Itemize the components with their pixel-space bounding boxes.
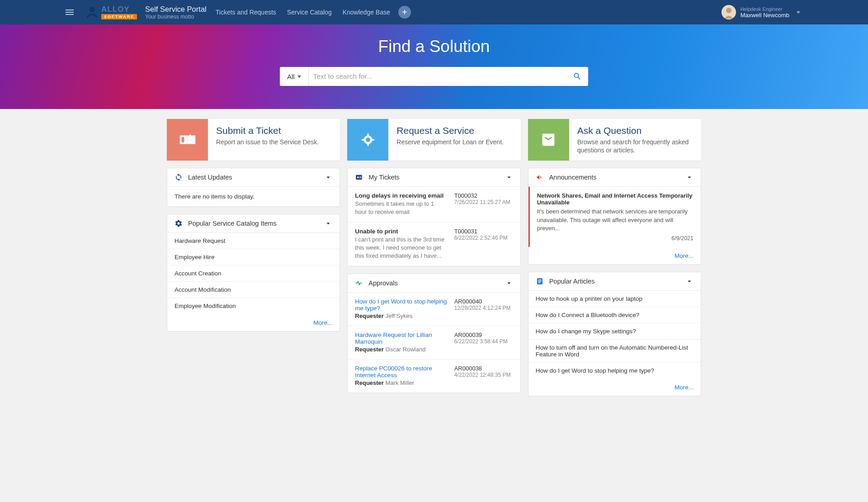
announcement-item[interactable]: Network Shares, Email and Internet Acces… [528, 187, 701, 247]
chevron-down-icon [797, 11, 800, 14]
approval-title[interactable]: How do I get Word to stop helping me typ… [355, 298, 447, 312]
ticket-id: T000032 [454, 192, 513, 199]
action-desc: Reserve equipment for Loan or Event. [396, 138, 512, 146]
ticket-date: 7/26/2022 11:25:27 AM [454, 199, 513, 205]
approval-date: 4/22/2022 12:48:35 PM [454, 372, 513, 378]
request-service-card[interactable]: Request a Service Reserve equipment for … [347, 119, 520, 161]
article-item[interactable]: How do I Connect a Bluetooth device? [528, 307, 701, 323]
user-name: Maxwell Newcomb [741, 12, 789, 19]
chevron-down-icon [685, 277, 693, 285]
catalog-item[interactable]: Employee Hire [167, 249, 340, 265]
catalog-item[interactable]: Employee Modification [167, 298, 340, 314]
search-button[interactable] [566, 67, 588, 86]
search-filter-label: All [287, 73, 295, 81]
panel-title: Approvals [368, 279, 505, 287]
search-icon [573, 72, 582, 81]
popular-catalog-header[interactable]: Popular Service Catalog Items [167, 214, 340, 233]
ask-question-card[interactable]: Ask a Question Browse and search for fre… [528, 119, 701, 161]
announcements-panel: Announcements Network Shares, Email and … [528, 168, 701, 265]
article-item[interactable]: How to hook up a printer on your laptop [528, 291, 701, 307]
search-input[interactable] [309, 72, 566, 81]
col-right: Announcements Network Shares, Email and … [528, 168, 701, 396]
panel-title: My Tickets [368, 174, 505, 181]
action-title: Request a Service [396, 125, 512, 136]
badge-icon [355, 173, 363, 181]
popular-articles-panel: Popular Articles How to hook up a printe… [528, 272, 701, 396]
chevron-down-icon [505, 173, 513, 181]
approval-title[interactable]: Hardware Request for Lillian Marroquin [355, 332, 447, 345]
submit-ticket-card[interactable]: Submit a Ticket Report an issue to the S… [167, 119, 340, 161]
hamburger-icon [64, 7, 75, 18]
panel-title: Popular Service Catalog Items [188, 220, 324, 227]
announcements-header[interactable]: Announcements [528, 168, 701, 187]
action-title: Ask a Question [577, 125, 693, 136]
col-left: Latest Updates There are no items to dis… [167, 168, 340, 396]
catalog-item[interactable]: Hardware Request [167, 233, 340, 249]
portal-name: Self Service Portal [145, 5, 207, 14]
requester-name: Oscar Rowland [386, 346, 426, 353]
approval-date: 6/22/2022 3:58:44 PM [454, 338, 513, 345]
svg-point-2 [726, 8, 731, 13]
catalog-item[interactable]: Account Creation [167, 265, 340, 281]
approval-date: 12/28/2022 4:12:24 PM [454, 305, 513, 311]
latest-updates-panel: Latest Updates There are no items to dis… [167, 168, 340, 207]
hero: Find a Solution All [0, 24, 868, 109]
svg-rect-7 [356, 175, 363, 180]
gear-icon [175, 219, 183, 227]
ticket-item[interactable]: Long delays in receiving email Sometimes… [348, 187, 520, 222]
more-link[interactable]: More... [675, 384, 693, 391]
svg-rect-10 [359, 178, 362, 178]
plus-icon: + [402, 7, 407, 18]
requester-name: Mark Miller [386, 379, 415, 386]
article-item[interactable]: How do I get Word to stop helping me typ… [528, 362, 701, 379]
search-filter-select[interactable]: All [280, 67, 309, 86]
content: Submit a Ticket Report an issue to the S… [167, 119, 701, 396]
search-bar: All [280, 67, 588, 86]
approval-item[interactable]: How do I get Word to stop helping me typ… [348, 293, 520, 326]
nav-catalog[interactable]: Service Catalog [287, 9, 332, 16]
latest-updates-empty: There are no items to display. [167, 187, 340, 206]
popular-articles-header[interactable]: Popular Articles [528, 272, 701, 291]
user-text: Helpdesk Engineer Maxwell Newcomb [741, 6, 789, 19]
nav-kb[interactable]: Knowledge Base [343, 9, 390, 16]
book-icon [528, 119, 569, 161]
nav-tickets[interactable]: Tickets and Requests [216, 9, 276, 16]
approval-title[interactable]: Replace PC00026 to restore Internet Acce… [355, 365, 447, 379]
svg-rect-12 [538, 279, 542, 280]
ticket-desc: Sometimes it takes me up to 1 hour to re… [355, 200, 447, 216]
logo[interactable]: ALLOY SOFTWARE [85, 5, 137, 19]
approval-item[interactable]: Hardware Request for Lillian Marroquin R… [348, 326, 520, 359]
approvals-header[interactable]: Approvals [348, 274, 520, 293]
ticket-title: Long delays in receiving email [355, 192, 447, 199]
svg-rect-3 [181, 137, 184, 142]
catalog-item[interactable]: Account Modification [167, 281, 340, 298]
latest-updates-header[interactable]: Latest Updates [167, 168, 340, 187]
more-link[interactable]: More... [313, 319, 332, 326]
requester-label: Requester [355, 313, 384, 319]
my-tickets-header[interactable]: My Tickets [348, 168, 520, 187]
ticket-icon [167, 119, 208, 161]
ticket-id: T000031 [454, 228, 513, 235]
requester-name: Jeff Sykes [386, 313, 413, 319]
action-desc: Browse and search for frequently asked q… [577, 138, 693, 154]
avatar-icon [722, 5, 736, 19]
article-item[interactable]: How do I change my Skype settings? [528, 323, 701, 339]
svg-point-5 [366, 137, 370, 142]
hero-title: Find a Solution [378, 37, 490, 56]
article-item[interactable]: How to turn off and turn on the Automati… [528, 339, 701, 362]
panel-title: Popular Articles [549, 278, 685, 285]
col-mid: My Tickets Long delays in receiving emai… [347, 168, 520, 396]
announcement-title: Network Shares, Email and Internet Acces… [537, 192, 693, 206]
more-link[interactable]: More... [675, 252, 693, 259]
portal-title: Self Service Portal Your business motto [145, 5, 207, 20]
new-button[interactable]: + [398, 6, 411, 19]
user-menu[interactable]: Helpdesk Engineer Maxwell Newcomb [722, 5, 800, 19]
megaphone-icon [536, 173, 544, 181]
ticket-date: 6/22/2022 2:52:46 PM [454, 235, 513, 241]
hamburger-menu-button[interactable] [59, 1, 80, 23]
approval-id: AR000038 [454, 365, 513, 372]
nav: Tickets and Requests Service Catalog Kno… [216, 9, 390, 16]
approval-item[interactable]: Replace PC00026 to restore Internet Acce… [348, 359, 520, 393]
my-tickets-panel: My Tickets Long delays in receiving emai… [347, 168, 520, 266]
ticket-item[interactable]: Unable to print I can't print and this i… [348, 222, 520, 266]
